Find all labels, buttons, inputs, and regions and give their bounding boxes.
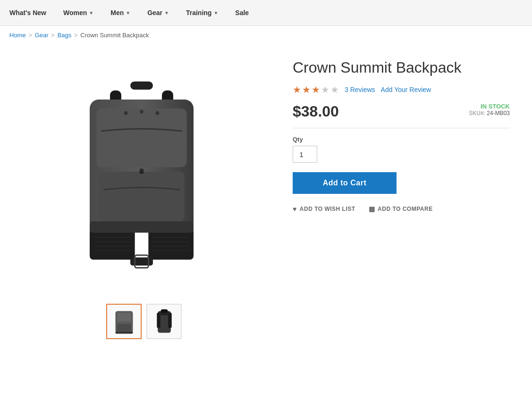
star-3: ★ xyxy=(312,84,320,95)
thumbnail-2[interactable] xyxy=(146,304,182,339)
product-info-section: Crown Summit Backpack ★ ★ ★ ★ ★ 3 Review… xyxy=(293,54,510,339)
svg-rect-0 xyxy=(130,82,153,90)
nav-item-sale[interactable]: Sale xyxy=(227,0,257,26)
product-page: Crown Summit Backpack ★ ★ ★ ★ ★ 3 Review… xyxy=(0,44,519,358)
stock-status: IN STOCK xyxy=(469,103,510,110)
svg-rect-34 xyxy=(160,309,168,312)
add-to-compare-link[interactable]: ▩ ADD TO COMPARE xyxy=(369,205,433,213)
heart-icon: ♥ xyxy=(293,205,297,213)
svg-rect-10 xyxy=(140,168,144,173)
thumbnail-1[interactable] xyxy=(106,304,142,339)
price-row: $38.00 IN STOCK SKU#: 24-MB03 xyxy=(293,103,510,128)
svg-rect-29 xyxy=(115,331,133,333)
compare-label: ADD TO COMPARE xyxy=(378,206,433,212)
nav-label-whats-new: What's New xyxy=(9,9,46,17)
nav-item-men[interactable]: Men ▼ xyxy=(102,0,139,26)
chevron-down-icon: ▼ xyxy=(164,10,169,16)
chevron-down-icon: ▼ xyxy=(213,10,218,16)
qty-label: Qty xyxy=(293,136,510,143)
compare-icon: ▩ xyxy=(369,205,375,213)
svg-point-7 xyxy=(156,111,160,115)
svg-rect-24 xyxy=(130,258,153,266)
star-rating: ★ ★ ★ ★ ★ xyxy=(293,84,339,95)
add-to-cart-label: Add to Cart xyxy=(323,179,367,187)
backpack-illustration xyxy=(42,68,241,275)
star-2: ★ xyxy=(302,84,311,95)
sku-value: 24-MB03 xyxy=(487,110,510,117)
nav-item-women[interactable]: Women ▼ xyxy=(55,0,102,26)
nav-label-women: Women xyxy=(63,9,87,17)
add-to-cart-button[interactable]: Add to Cart xyxy=(293,172,397,194)
quantity-input[interactable] xyxy=(293,146,317,163)
stock-sku-section: IN STOCK SKU#: 24-MB03 xyxy=(469,103,510,117)
product-image-section xyxy=(9,54,274,339)
chevron-down-icon: ▼ xyxy=(89,10,93,16)
nav-label-men: Men xyxy=(110,9,124,17)
nav-label-sale: Sale xyxy=(235,9,249,17)
wish-list-label: ADD TO WISH LIST xyxy=(300,206,355,212)
product-price: $38.00 xyxy=(293,103,339,120)
breadcrumb-separator: > xyxy=(29,32,32,39)
breadcrumb-bags[interactable]: Bags xyxy=(58,32,72,39)
thumbnail-strip xyxy=(101,304,182,339)
quantity-section: Qty xyxy=(293,136,510,163)
svg-rect-4 xyxy=(96,108,186,167)
breadcrumb-separator: > xyxy=(74,32,77,39)
star-1: ★ xyxy=(293,84,301,95)
star-5: ★ xyxy=(330,84,339,95)
breadcrumb: Home > Gear > Bags > Crown Summit Backpa… xyxy=(0,26,532,44)
svg-point-6 xyxy=(140,110,144,114)
breadcrumb-gear[interactable]: Gear xyxy=(35,32,49,39)
star-4: ★ xyxy=(321,84,329,95)
rating-row: ★ ★ ★ ★ ★ 3 Reviews Add Your Review xyxy=(293,84,510,95)
nav-label-gear: Gear xyxy=(147,9,162,17)
add-review-link[interactable]: Add Your Review xyxy=(381,86,431,93)
svg-rect-23 xyxy=(90,221,194,233)
svg-rect-8 xyxy=(99,172,185,221)
sku-label: SKU#: xyxy=(469,110,485,117)
top-navigation: What's New Women ▼ Men ▼ Gear ▼ Training… xyxy=(0,0,532,26)
nav-item-gear[interactable]: Gear ▼ xyxy=(139,0,177,26)
svg-rect-27 xyxy=(117,313,131,321)
nav-item-training[interactable]: Training ▼ xyxy=(177,0,227,26)
product-title: Crown Summit Backpack xyxy=(293,58,510,76)
main-product-image xyxy=(24,54,260,290)
breadcrumb-separator: > xyxy=(51,32,55,39)
action-links: ♥ ADD TO WISH LIST ▩ ADD TO COMPARE xyxy=(293,205,510,213)
svg-point-5 xyxy=(124,111,128,115)
reviews-link[interactable]: 3 Reviews xyxy=(345,86,375,93)
add-to-wishlist-link[interactable]: ♥ ADD TO WISH LIST xyxy=(293,205,355,213)
chevron-down-icon: ▼ xyxy=(126,10,130,16)
sku-line: SKU#: 24-MB03 xyxy=(469,110,510,117)
breadcrumb-home[interactable]: Home xyxy=(9,32,26,39)
nav-label-training: Training xyxy=(186,9,211,17)
svg-rect-28 xyxy=(117,324,131,331)
breadcrumb-current: Crown Summit Backpack xyxy=(80,32,149,39)
nav-item-whats-new[interactable]: What's New xyxy=(9,0,55,26)
